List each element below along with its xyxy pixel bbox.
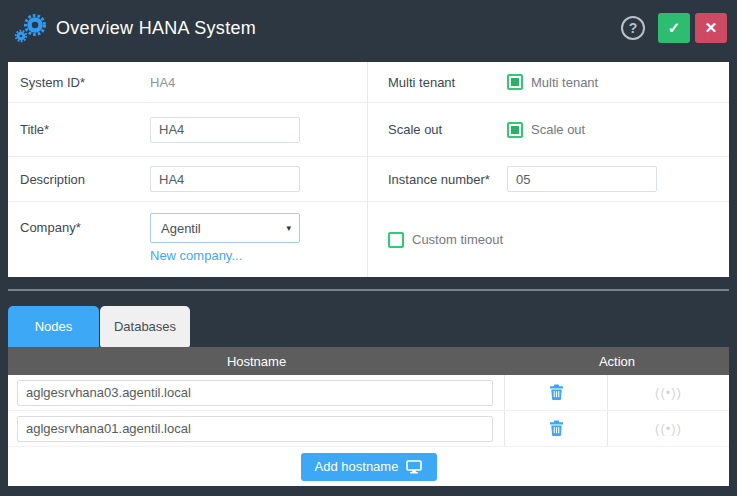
hostname-cell: [8, 375, 505, 410]
custom-timeout-checkbox[interactable]: [388, 232, 404, 248]
close-button[interactable]: ✕: [695, 13, 727, 43]
confirm-button[interactable]: ✓: [658, 13, 690, 43]
dialog-header: Overview HANA System ? ✓ ✕: [0, 0, 737, 56]
trash-icon[interactable]: [545, 418, 567, 440]
table-header-row: Hostname Action: [8, 347, 729, 375]
gears-icon: [12, 11, 48, 45]
section-divider: [8, 289, 729, 291]
system-id-value: HA4: [150, 75, 175, 90]
multi-tenant-label: Multi tenant: [388, 75, 507, 90]
broadcast-icon[interactable]: ((•)): [655, 385, 682, 400]
scale-out-label: Scale out: [388, 122, 507, 137]
add-hostname-button[interactable]: Add hostname: [301, 453, 437, 481]
company-row: Company* Agentil ▾ New company...: [8, 202, 367, 277]
scale-out-checkbox-label: Scale out: [531, 122, 585, 137]
dialog-title: Overview HANA System: [56, 18, 621, 39]
trash-icon[interactable]: [545, 382, 567, 404]
new-company-link[interactable]: New company...: [150, 248, 300, 263]
multi-tenant-checkbox[interactable]: [507, 74, 523, 90]
hostname-input[interactable]: [17, 416, 493, 442]
signal-cell: ((•)): [608, 375, 729, 410]
company-label: Company*: [20, 213, 150, 235]
tab-nodes[interactable]: Nodes: [8, 306, 99, 347]
description-label: Description: [20, 172, 150, 187]
system-id-row: System ID* HA4: [8, 62, 367, 103]
signal-cell: ((•)): [608, 411, 729, 446]
broadcast-icon[interactable]: ((•)): [655, 421, 682, 436]
description-input[interactable]: [150, 166, 300, 192]
instance-number-input[interactable]: [507, 166, 657, 192]
company-select[interactable]: Agentil ▾: [150, 213, 300, 243]
nodes-table: Hostname Action: [8, 347, 729, 486]
add-hostname-label: Add hostname: [315, 459, 399, 474]
check-icon: ✓: [668, 19, 681, 37]
scale-out-checkbox[interactable]: [507, 122, 523, 138]
title-row: Title*: [8, 103, 367, 157]
overview-hana-system-dialog: Overview HANA System ? ✓ ✕ System ID* HA…: [0, 0, 737, 496]
form-right-column: Multi tenant Multi tenant Scale out Scal…: [368, 62, 729, 277]
custom-timeout-checkbox-label: Custom timeout: [412, 232, 503, 247]
instance-number-label: Instance number*: [388, 172, 507, 187]
multi-tenant-row: Multi tenant Multi tenant: [368, 62, 729, 103]
title-label: Title*: [20, 122, 150, 137]
hostname-column-header: Hostname: [8, 347, 505, 375]
multi-tenant-checkbox-label: Multi tenant: [531, 75, 598, 90]
hostname-cell: [8, 411, 505, 446]
company-selected-value: Agentil: [161, 221, 201, 236]
tab-bar: Nodes Databases: [8, 306, 190, 347]
help-icon[interactable]: ?: [621, 16, 645, 40]
system-id-label: System ID*: [20, 75, 150, 90]
action-column-header: Action: [505, 347, 729, 375]
chevron-down-icon: ▾: [286, 223, 291, 233]
instance-number-row: Instance number*: [368, 157, 729, 202]
delete-cell: [505, 375, 608, 410]
form-left-column: System ID* HA4 Title* Description Compan…: [8, 62, 368, 277]
title-input[interactable]: [150, 117, 300, 143]
system-form-panel: System ID* HA4 Title* Description Compan…: [8, 62, 729, 277]
custom-timeout-row: Custom timeout: [368, 202, 729, 277]
delete-cell: [505, 411, 608, 446]
tab-databases[interactable]: Databases: [100, 306, 190, 347]
table-row: ((•)): [8, 411, 729, 447]
close-icon: ✕: [705, 19, 718, 37]
table-footer: Add hostname: [8, 447, 729, 486]
description-row: Description: [8, 157, 367, 202]
monitor-icon: [406, 460, 422, 474]
scale-out-row: Scale out Scale out: [368, 103, 729, 157]
hostname-input[interactable]: [17, 380, 493, 406]
table-row: ((•)): [8, 375, 729, 411]
